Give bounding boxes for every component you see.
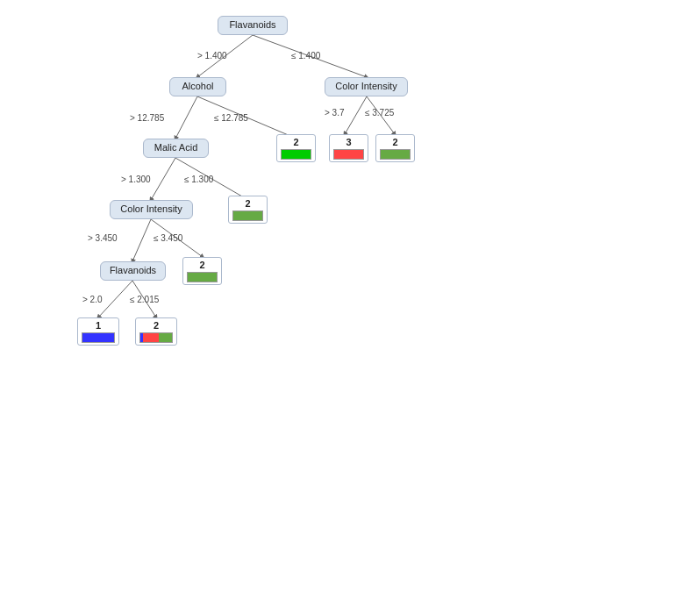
svg-text:≤ 1.300: ≤ 1.300 bbox=[184, 175, 214, 184]
svg-text:> 1.300: > 1.300 bbox=[121, 175, 151, 184]
leaf-right-2a: 2 bbox=[276, 134, 316, 162]
svg-text:≤ 3.725: ≤ 3.725 bbox=[365, 108, 395, 118]
leaf-flav-2: 2 bbox=[182, 257, 222, 285]
node-color-intensity-left: Color Intensity bbox=[110, 200, 193, 219]
leaf-final-2: 2 bbox=[135, 317, 177, 346]
svg-line-10 bbox=[98, 281, 132, 317]
leaf-ci-2: 2 bbox=[228, 196, 268, 224]
svg-line-2 bbox=[175, 96, 197, 139]
leaf-right-3: 3 bbox=[329, 134, 368, 162]
tree-container: > 1.400≤ 1.400> 12.785≤ 12.785> 3.7≤ 3.7… bbox=[0, 0, 700, 592]
svg-text:> 3.7: > 3.7 bbox=[325, 108, 345, 118]
node-color-intensity-right: Color Intensity bbox=[325, 77, 408, 96]
svg-line-6 bbox=[151, 158, 175, 200]
leaf-right-2b: 2 bbox=[375, 134, 415, 162]
svg-text:≤ 3.450: ≤ 3.450 bbox=[154, 233, 183, 243]
svg-text:≤ 12.785: ≤ 12.785 bbox=[214, 113, 248, 123]
svg-text:≤ 1.400: ≤ 1.400 bbox=[291, 51, 321, 61]
svg-text:> 12.785: > 12.785 bbox=[130, 113, 165, 123]
leaf-final-1: 1 bbox=[77, 317, 119, 346]
svg-line-4 bbox=[345, 96, 367, 134]
node-flavanoids-root: Flavanoids bbox=[218, 16, 288, 35]
node-alcohol: Alcohol bbox=[169, 77, 226, 96]
svg-text:> 2.0: > 2.0 bbox=[82, 295, 103, 304]
svg-text:> 1.400: > 1.400 bbox=[197, 51, 227, 61]
svg-text:≤ 2.015: ≤ 2.015 bbox=[130, 295, 160, 304]
node-flavanoids-mid: Flavanoids bbox=[100, 261, 166, 281]
svg-line-8 bbox=[132, 219, 151, 261]
node-malic-acid: Malic Acid bbox=[143, 139, 209, 158]
svg-text:> 3.450: > 3.450 bbox=[88, 233, 118, 243]
